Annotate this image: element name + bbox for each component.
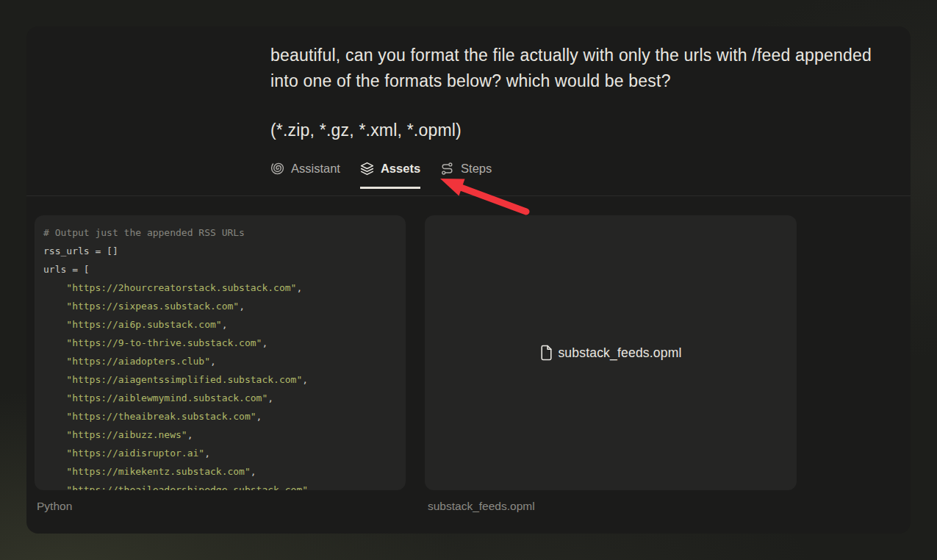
asset-file-panel[interactable]: substack_feeds.opml bbox=[425, 215, 797, 490]
file-caption: substack_feeds.opml bbox=[428, 500, 535, 513]
tab-assets[interactable]: Assets bbox=[360, 162, 420, 189]
user-message: beautiful, can you format the file actua… bbox=[270, 43, 897, 94]
tab-label: Assistant bbox=[291, 162, 340, 176]
file-name: substack_feeds.opml bbox=[558, 345, 681, 361]
code-line: "https://aiblewmymind.substack.com", bbox=[43, 389, 397, 407]
tab-divider bbox=[26, 195, 911, 196]
code-line: "https://2hourcreatorstack.substack.com"… bbox=[43, 279, 397, 297]
file-chip[interactable]: substack_feeds.opml bbox=[539, 345, 681, 361]
spiral-icon bbox=[270, 162, 284, 176]
tab-label: Steps bbox=[461, 162, 492, 176]
formats-line: (*.zip, *.gz, *.xml, *.opml) bbox=[270, 121, 462, 140]
asset-code-panel[interactable]: # Output just the appended RSS URLsrss_u… bbox=[35, 215, 406, 490]
tab-steps[interactable]: Steps bbox=[440, 162, 492, 189]
tab-label: Assets bbox=[381, 162, 420, 176]
code-line: "https://9-to-thrive.substack.com", bbox=[43, 334, 397, 352]
code-line: "https://aiadopters.club", bbox=[43, 352, 397, 370]
code-caption: Python bbox=[37, 500, 72, 513]
code-lines: # Output just the appended RSS URLsrss_u… bbox=[35, 215, 406, 490]
code-line: "https://mikekentz.substack.com", bbox=[43, 462, 397, 481]
conversation-card: beautiful, can you format the file actua… bbox=[26, 26, 911, 534]
code-line: "https://aiagentssimplified.substack.com… bbox=[43, 370, 397, 389]
tab-bar: Assistant Assets Steps bbox=[270, 162, 492, 189]
code-line: "https://sixpeas.substack.com", bbox=[43, 297, 397, 315]
code-line: "https://ai6p.substack.com", bbox=[43, 315, 397, 334]
code-line: rss_urls = [] bbox=[43, 242, 397, 260]
file-icon bbox=[539, 345, 553, 361]
layers-icon bbox=[360, 162, 374, 176]
code-line: urls = [ bbox=[43, 260, 397, 279]
code-line: # Output just the appended RSS URLs bbox=[43, 223, 397, 242]
code-line: "https://theaibreak.substack.com", bbox=[43, 407, 397, 426]
code-line: "https://aibuzz.news", bbox=[43, 426, 397, 444]
code-line: "https://aidisruptor.ai", bbox=[43, 444, 397, 462]
code-line: "https://theaileadershipedge.substack.co… bbox=[43, 481, 397, 490]
route-icon bbox=[440, 162, 454, 176]
tab-assistant[interactable]: Assistant bbox=[270, 162, 340, 189]
